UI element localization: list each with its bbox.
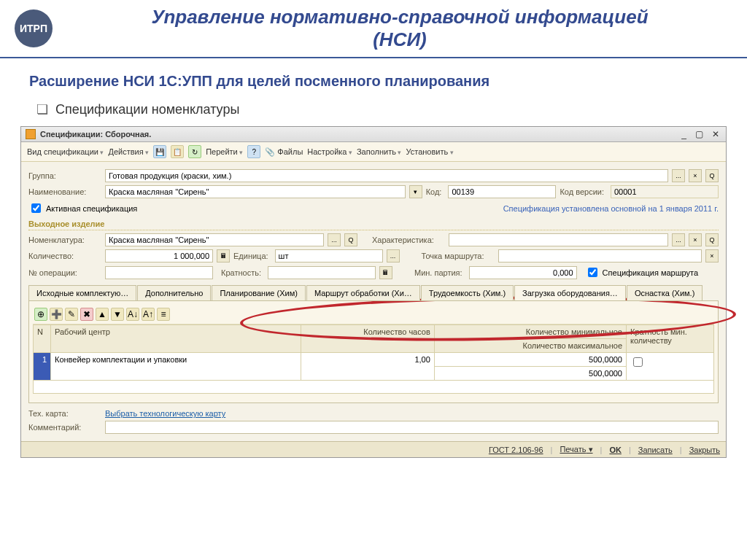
- minimize-button[interactable]: _: [679, 129, 689, 139]
- minlot-label: Мин. партия:: [414, 268, 462, 277]
- app-window: Спецификации: Сборочная. _ ▢ ✕ Вид специ…: [20, 126, 727, 458]
- tab-tooling[interactable]: Оснастка (Хим.): [627, 285, 703, 300]
- comment-field[interactable]: [105, 421, 719, 434]
- route-point-label: Точка маршрута:: [422, 252, 495, 260]
- group-label: Группа:: [28, 171, 101, 180]
- gost-link[interactable]: ГОСТ 2.106-96: [489, 446, 543, 454]
- col-workcenter: Рабочий центр: [51, 325, 301, 353]
- nomenclature-open-button[interactable]: Q: [344, 233, 357, 246]
- separator: |: [600, 446, 603, 454]
- group-clear-button[interactable]: ×: [689, 169, 702, 182]
- opnum-field[interactable]: [105, 266, 213, 279]
- characteristic-field[interactable]: [449, 233, 668, 246]
- print-button[interactable]: Печать ▾: [560, 445, 592, 454]
- name-dd-button[interactable]: ▾: [409, 185, 422, 198]
- set-menu[interactable]: Установить: [406, 147, 454, 156]
- characteristic-open-button[interactable]: Q: [705, 233, 719, 246]
- copy-icon[interactable]: 📋: [171, 145, 184, 158]
- active-spec-label: Активная спецификация: [46, 204, 137, 213]
- characteristic-label: Характеристика:: [372, 236, 445, 244]
- close-link[interactable]: Закрыть: [689, 446, 720, 454]
- files-menu[interactable]: 📎 Файлы: [265, 147, 303, 157]
- characteristic-clear-button[interactable]: ×: [689, 233, 702, 246]
- ok-button[interactable]: OK: [609, 446, 622, 454]
- unit-label: Единица:: [233, 252, 268, 260]
- toolbar: Вид спецификации Действия 💾 📋 ↻ Перейти …: [21, 142, 726, 162]
- version-label: Код версии:: [560, 187, 604, 196]
- kratnost-checkbox[interactable]: [633, 357, 643, 367]
- multiplicity-field[interactable]: [268, 266, 376, 279]
- unit-select-button[interactable]: ...: [387, 249, 400, 262]
- maximize-button[interactable]: ▢: [693, 129, 705, 139]
- equipment-load-table: N Рабочий центр Количество часов Количес…: [33, 324, 714, 394]
- save-button[interactable]: Записать: [638, 446, 673, 454]
- unit-field[interactable]: [275, 249, 383, 262]
- active-spec-check-input[interactable]: [31, 203, 41, 213]
- close-button[interactable]: ✕: [710, 129, 721, 139]
- refresh-icon[interactable]: ↻: [188, 145, 201, 158]
- sort-asc-icon[interactable]: A↓: [126, 308, 139, 321]
- add-row-icon[interactable]: ⊕: [34, 308, 47, 321]
- cell-min-qty: 500,0000: [434, 353, 626, 367]
- active-spec-checkbox[interactable]: Активная спецификация: [28, 201, 137, 215]
- multiplicity-label: Кратность:: [221, 268, 261, 277]
- techmap-label: Тех. карта:: [28, 409, 101, 418]
- cell-kratnost[interactable]: [627, 353, 714, 381]
- tab-source-components[interactable]: Исходные комплектую…: [28, 285, 136, 300]
- tab-processing-route[interactable]: Маршрут обработки (Хи…: [306, 285, 420, 300]
- spec-route-label: Спецификация маршрута: [603, 268, 698, 277]
- group-select-button[interactable]: ...: [672, 169, 685, 182]
- quantity-field[interactable]: [105, 249, 213, 262]
- col-kratnost: Кратность мин. количеству: [627, 325, 714, 353]
- spec-route-check-input[interactable]: [588, 268, 597, 277]
- help-icon[interactable]: ?: [247, 145, 260, 158]
- output-section-title: Выходное изделие: [28, 219, 719, 230]
- move-down-icon[interactable]: ▼: [111, 308, 124, 321]
- quantity-calc-button[interactable]: 🖩: [217, 249, 230, 262]
- slide-title-line1: Управление нормативно-справочной информа…: [151, 6, 648, 28]
- code-field[interactable]: [448, 185, 556, 198]
- multiplicity-calc-button[interactable]: 🖩: [379, 266, 392, 279]
- minlot-field[interactable]: [469, 266, 577, 279]
- techmap-link[interactable]: Выбрать технологическую карту: [105, 409, 225, 418]
- insert-row-icon[interactable]: ➕: [50, 308, 63, 321]
- logo-icon: ИТРП: [15, 9, 53, 47]
- tab-equipment-load[interactable]: Загрузка оборудования…: [514, 285, 626, 300]
- separator: |: [629, 446, 631, 454]
- tab-panel: ⊕ ➕ ✎ ✖ ▲ ▼ A↓ A↑ ≡ N Рабочий центр Коли…: [28, 301, 719, 403]
- group-open-button[interactable]: Q: [705, 169, 719, 182]
- separator: |: [680, 446, 682, 454]
- route-point-field[interactable]: [498, 249, 702, 262]
- slide-header: ИТРП Управление нормативно-справочной ин…: [0, 0, 747, 58]
- settings-menu[interactable]: Настройка: [307, 147, 352, 156]
- table-row-empty[interactable]: [34, 381, 714, 394]
- tab-additional[interactable]: Дополнительно: [137, 285, 211, 300]
- cell-n: 1: [34, 353, 51, 381]
- edit-row-icon[interactable]: ✎: [65, 308, 78, 321]
- nomenclature-select-button[interactable]: ...: [328, 233, 341, 246]
- tabs: Исходные комплектую… Дополнительно Плани…: [28, 285, 719, 301]
- tab-labor[interactable]: Трудоемкость (Хим.): [421, 285, 514, 300]
- name-field[interactable]: [105, 185, 406, 198]
- slide-subtitle: Расширение НСИ 1С:УПП для целей посменно…: [0, 58, 747, 97]
- actions-menu[interactable]: Действия: [108, 147, 149, 156]
- table-row[interactable]: 1 Конвейер комплектации и упаковки 1,00 …: [34, 353, 714, 367]
- nomenclature-field[interactable]: [105, 233, 324, 246]
- move-up-icon[interactable]: ▲: [96, 308, 109, 321]
- name-label: Наименование:: [28, 187, 101, 196]
- characteristic-select-button[interactable]: ...: [672, 233, 685, 246]
- list-icon[interactable]: ≡: [157, 308, 170, 321]
- save-icon[interactable]: 💾: [153, 145, 166, 158]
- route-point-clear-button[interactable]: ×: [705, 249, 719, 262]
- code-label: Код:: [426, 187, 442, 196]
- spec-type-menu[interactable]: Вид спецификации: [27, 147, 104, 156]
- sort-desc-icon[interactable]: A↑: [142, 308, 155, 321]
- tab-planning[interactable]: Планирование (Хим): [212, 285, 306, 300]
- fill-menu[interactable]: Заполнить: [357, 147, 402, 156]
- slide-bullet: Спецификации номенклатуры: [0, 97, 747, 126]
- delete-row-icon[interactable]: ✖: [80, 308, 93, 321]
- group-field[interactable]: [105, 169, 668, 182]
- goto-menu[interactable]: Перейти: [206, 147, 243, 156]
- spec-route-checkbox[interactable]: Спецификация маршрута: [585, 265, 698, 279]
- cell-hours: 1,00: [301, 353, 434, 381]
